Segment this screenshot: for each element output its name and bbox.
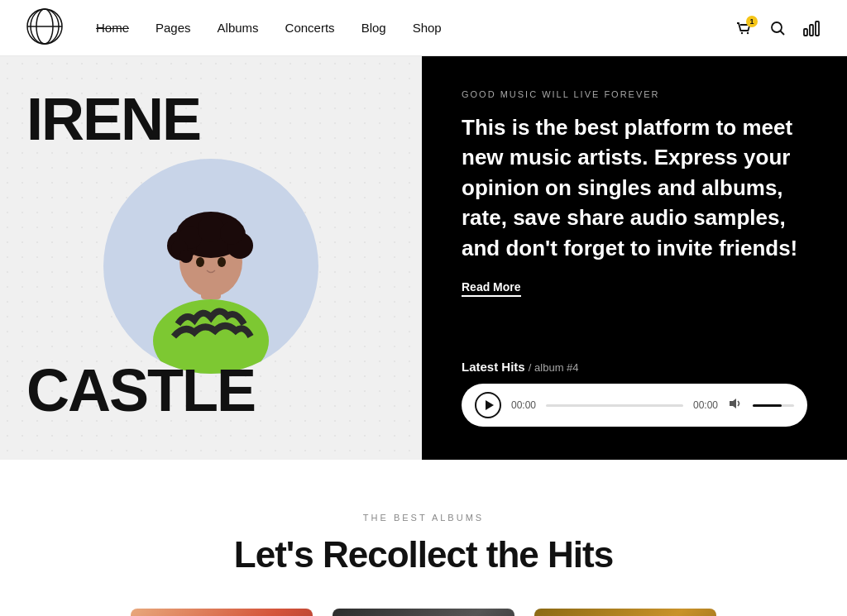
main-nav: Home Pages Albums Concerts Blog Shop 1 xyxy=(0,0,847,56)
hero-right-panel: GOOD MUSIC WILL LIVE FOREVER This is the… xyxy=(422,56,847,460)
nav-link-shop[interactable]: Shop xyxy=(413,21,442,35)
svg-rect-8 xyxy=(804,29,807,36)
nav-link-albums[interactable]: Albums xyxy=(218,21,259,35)
nav-link-concerts[interactable]: Concerts xyxy=(285,21,335,35)
nav-link-home[interactable]: Home xyxy=(96,21,129,35)
latest-hits-label: Latest Hits / album #4 xyxy=(462,360,807,374)
svg-point-19 xyxy=(220,222,243,245)
cart-badge: 1 xyxy=(746,16,758,27)
svg-point-18 xyxy=(198,216,224,242)
nav-link-blog[interactable]: Blog xyxy=(361,21,386,35)
hero-headline: This is the best platform to meet new mu… xyxy=(462,112,807,263)
albums-section: THE BEST ALBUMS Let's Recollect the Hits xyxy=(0,460,847,616)
svg-line-7 xyxy=(781,31,785,35)
audio-player: 00:00 00:00 xyxy=(462,384,807,427)
svg-point-6 xyxy=(772,22,782,32)
svg-rect-9 xyxy=(810,25,813,36)
album-thumb-3[interactable] xyxy=(534,609,716,616)
volume-icon xyxy=(728,396,743,414)
progress-bar[interactable] xyxy=(546,404,683,407)
hero-tagline: GOOD MUSIC WILL LIVE FOREVER xyxy=(462,89,807,99)
nav-links: Home Pages Albums Concerts Blog Shop xyxy=(96,21,735,35)
svg-point-21 xyxy=(179,250,193,263)
time-total: 00:00 xyxy=(693,399,718,411)
site-logo[interactable] xyxy=(26,8,63,48)
hero-artist-photo xyxy=(103,159,318,374)
cart-button[interactable]: 1 xyxy=(735,19,753,37)
hero-name-top: IRENE xyxy=(26,89,200,149)
albums-row xyxy=(26,609,821,616)
read-more-link[interactable]: Read More xyxy=(462,280,521,297)
volume-fill xyxy=(753,404,782,407)
album-thumb-2[interactable] xyxy=(333,609,514,616)
nav-icons: 1 xyxy=(735,19,821,37)
time-current: 00:00 xyxy=(511,399,536,411)
hero-section: IRENE xyxy=(0,56,847,460)
stats-button[interactable] xyxy=(802,19,821,37)
svg-point-23 xyxy=(218,257,226,267)
play-button[interactable] xyxy=(475,392,501,418)
hero-name-bottom: CASTLE xyxy=(26,361,255,420)
hero-left-panel: IRENE xyxy=(0,56,422,460)
volume-bar[interactable] xyxy=(753,404,794,407)
albums-eyebrow: THE BEST ALBUMS xyxy=(26,513,821,523)
search-button[interactable] xyxy=(769,20,786,36)
latest-hits-section: Latest Hits / album #4 00:00 00:00 xyxy=(462,360,807,427)
svg-point-22 xyxy=(196,257,204,267)
svg-point-4 xyxy=(741,31,743,33)
nav-link-pages[interactable]: Pages xyxy=(156,21,191,35)
albums-title: Let's Recollect the Hits xyxy=(26,534,821,575)
svg-marker-24 xyxy=(730,399,736,408)
svg-point-5 xyxy=(747,31,749,33)
svg-rect-10 xyxy=(816,21,819,36)
album-thumb-1[interactable] xyxy=(131,609,313,616)
